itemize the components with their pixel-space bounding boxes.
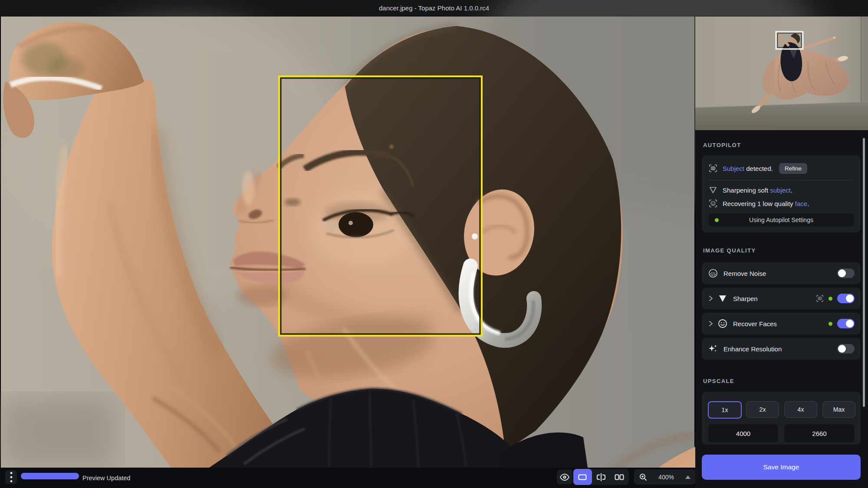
settings-panel: AUTOPILOT Subject detected. Refine Sharp… [695,16,868,488]
view-side-by-side-icon [615,474,624,480]
view-split-button[interactable] [592,469,611,485]
upscale-max-button[interactable]: Max [822,401,855,418]
upscale-width-input[interactable]: 4000 [708,424,778,442]
upscale-height-input[interactable]: 2660 [784,424,855,442]
recovering-row: Recovering 1 low quality face. [709,198,854,209]
face-brackets-icon [709,199,717,208]
view-single-icon [578,474,587,480]
progress-bar [21,473,79,479]
view-split-icon [596,473,606,481]
enhance-resolution-toggle[interactable] [837,344,855,354]
remove-noise-row[interactable]: Remove Noise [702,262,861,284]
chevron-right-icon [708,295,714,302]
autopilot-card: Subject detected. Refine Sharpening soft… [702,155,861,233]
eye-icon [560,474,569,481]
upscale-1x-button[interactable]: 1x [708,401,742,419]
save-image-button[interactable]: Save Image [702,455,861,480]
zoom-level-value: 400% [658,474,674,481]
recover-faces-row[interactable]: Recover Faces [702,313,861,334]
sharpen-label: Sharpen [733,295,816,302]
zoom-stepper-up-icon[interactable] [685,475,690,479]
upscale-2x-button[interactable]: 2x [746,401,779,418]
chevron-right-icon [708,320,714,328]
green-status-dot [829,297,832,301]
refine-button[interactable]: Refine [779,163,807,174]
remove-noise-label: Remove Noise [723,270,837,277]
show-original-button[interactable] [557,470,572,484]
sharpen-filled-icon [717,293,728,304]
more-options-button[interactable] [5,470,17,484]
status-bar: Preview Updated [0,468,695,488]
sharpen-toggle[interactable] [837,294,855,303]
sharpening-text: Sharpening soft [723,187,770,194]
enhance-resolution-label: Enhance Resolution [723,345,837,353]
recover-faces-toggle[interactable] [837,319,855,328]
subject-link[interactable]: Subject [723,165,744,172]
sharpening-subject-link[interactable]: subject [770,187,791,194]
camera-autopilot-icon [816,295,824,302]
upscale-card: 1x 2x 4x Max 4000 2660 [702,392,861,445]
autopilot-settings-button[interactable]: Using Autopilot Settings [709,213,854,226]
green-status-dot [829,322,832,326]
remove-noise-toggle[interactable] [837,269,855,278]
magnifier-plus-icon [639,473,647,481]
green-status-dot [715,218,719,222]
sparkles-icon [708,344,718,354]
window-title: dancer.jpeg - Topaz Photo AI 1.0.0.rc4 [379,4,489,12]
upscale-header: UPSCALE [703,378,734,384]
sharpen-row[interactable]: Sharpen [702,288,861,309]
image-preview-canvas[interactable] [1,16,694,468]
autopilot-header: AUTOPILOT [703,142,741,148]
navigator-thumbnail[interactable] [695,16,868,130]
subject-detect-icon [709,164,717,173]
recovering-face-link[interactable]: face [795,200,807,207]
dancer-photo-closeup [1,16,694,468]
sharpen-triangle-icon [709,186,717,194]
panel-scrollbar[interactable] [863,138,865,407]
recover-faces-label: Recover Faces [733,320,829,328]
upscale-4x-button[interactable]: 4x [784,401,817,418]
view-side-by-side-button[interactable] [610,469,629,485]
zoom-control[interactable]: 400% [634,469,696,485]
recovering-period: . [807,200,809,207]
remove-noise-icon [708,268,718,278]
navigator-photo [695,16,868,130]
smiley-face-icon [717,318,728,329]
sharpening-row: Sharpening soft subject. [709,185,854,195]
preview-status-text: Preview Updated [82,468,130,488]
view-single-button[interactable] [573,469,592,485]
view-mode-group [573,469,629,485]
sharpening-period: . [791,187,792,194]
image-quality-header: IMAGE QUALITY [703,247,756,254]
divider [709,180,854,180]
enhance-resolution-row[interactable]: Enhance Resolution [702,338,861,360]
recovering-text: Recovering 1 low quality [723,200,795,207]
subject-detected-row: Subject detected. Refine [709,163,854,174]
autopilot-settings-label: Using Autopilot Settings [749,216,813,223]
subject-detected-text: detected. [744,165,773,172]
kebab-menu-icon [10,472,13,483]
